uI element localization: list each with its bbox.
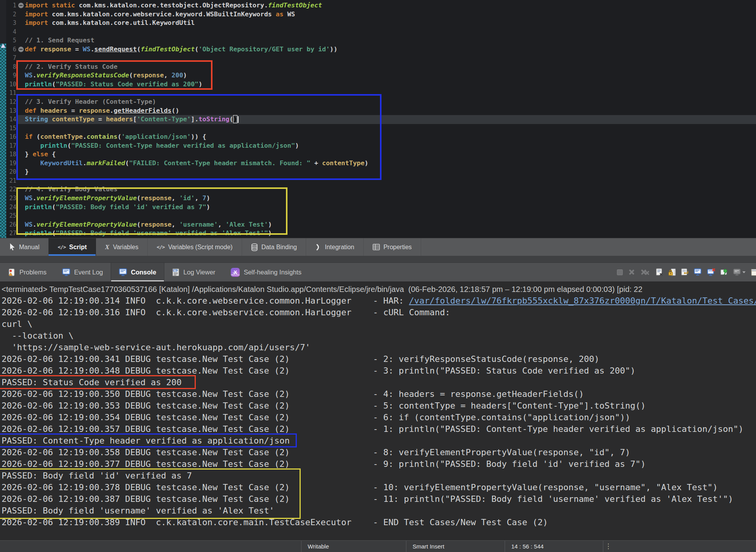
tab-variables-script-mode[interactable]: </>Variables (Script mode) [148,238,242,256]
code-line-27[interactable]: 27println("PASSED: Body field 'username'… [0,229,756,238]
scroll-lock-icon[interactable] [668,268,676,276]
console-line-detail: - 8: verifyElementPropertyValue(response… [373,447,630,458]
console-line-text: 2026-02-06 12:19:00.353 DEBUG testcase.N… [2,401,290,411]
code-line-18[interactable]: 18} else { [0,150,756,159]
code-line-11[interactable]: 11 [0,89,756,98]
console-line-19: PASSED: Body field 'username' verified a… [2,505,756,517]
code-line-2[interactable]: 2import com.kms.katalon.core.webservice.… [0,10,756,19]
script-editor[interactable]: 1import static com.kms.katalon.core.test… [0,0,756,238]
tab-integration[interactable]: Integration [306,238,364,256]
tab-label: Manual [19,244,39,251]
code-line-13[interactable]: 13def headers = response.getHeaderFields… [0,107,756,115]
code-line-14[interactable]: 14String contentType = headers['Content-… [0,115,756,124]
event-log-icon [62,268,70,276]
console-tab-bar: ProblemsEvent LogConsoleLOGLog ViewerXSE… [0,263,756,281]
code-line-3[interactable]: 3import com.kms.katalon.core.util.Keywor… [0,19,756,28]
console-selector-icon[interactable] [733,269,746,276]
tab-problems[interactable]: Problems [0,263,54,281]
remove-terminated-icon[interactable] [640,269,650,276]
code-text: String contentType = headers['Content-Ty… [25,115,239,124]
code-text: def response = WS.sendRequest(findTestOb… [25,45,338,54]
code-line-24[interactable]: 24println("PASSED: Body field 'id' verif… [0,203,756,212]
open-console-icon[interactable] [751,268,756,276]
console-line-text: PASSED: Body field 'id' verified as 7 [2,471,192,480]
show-stderr-icon[interactable] [707,268,715,276]
tab-properties[interactable]: Properties [364,238,421,256]
code-line-6[interactable]: 6def response = WS.sendRequest(findTestO… [0,45,756,54]
code-text: // 4. Verify Body Values [25,185,117,194]
console-line-10: 2026-02-06 12:19:00.353 DEBUG testcase.N… [2,400,756,412]
code-line-22[interactable]: 22// 4. Verify Body Values [0,185,756,194]
code-text: import static com.kms.katalon.core.testo… [25,1,322,10]
code-line-12[interactable]: 12// 3. Verify Header (Content-Type) [0,98,756,107]
self-healing-icon: XSELF-HEALING [231,268,240,277]
code-line-21[interactable]: 21 [0,176,756,185]
tab-label: Variables (Script mode) [168,244,233,251]
tab-variables[interactable]: XVariables [96,238,148,256]
fold-marker-icon[interactable] [18,3,24,8]
console-line-20: 2026-02-06 12:19:00.389 INFO c.k.katalon… [2,517,756,528]
code-line-26[interactable]: 26WS.verifyElementPropertyValue(response… [0,220,756,229]
code-text: println("PASSED: Body field 'username' v… [25,229,272,238]
console-line-6: 2026-02-06 12:19:00.341 DEBUG testcase.N… [2,353,756,365]
code-text: WS.verifyElementPropertyValue(response, … [25,220,272,229]
tab-self-healing-insights[interactable]: XSELF-HEALINGSelf-healing Insights [223,263,309,281]
status-bar-drag-handle[interactable] [608,543,609,550]
console-line-5: 'https://sample-web-service-aut.herokuap… [2,342,756,353]
code-text: import com.kms.katalon.core.webservice.k… [25,10,295,19]
code-line-19[interactable]: 19 KeywordUtil.markFailed("FAILED: Conte… [0,159,756,168]
tab-data-binding[interactable]: Data Binding [242,238,307,256]
console-line-detail: - 2: verifyResponseStatusCode(response, … [373,353,599,365]
code-line-1[interactable]: 1import static com.kms.katalon.core.test… [0,1,756,10]
tab-event-log[interactable]: Event Log [54,263,111,281]
code-line-4[interactable]: 4 [0,28,756,37]
pin-console-icon[interactable] [720,268,728,276]
status-insert-mode: Smart Insert [406,541,505,552]
tab-script[interactable]: </>Script [49,238,96,256]
code-text: WS.verifyElementPropertyValue(response, … [25,194,210,203]
har-file-link[interactable]: /var/folders/lw/76fkrpb555xcklw_87x376zr… [409,296,756,306]
fold-marker-icon[interactable] [18,47,24,52]
code-line-20[interactable]: 20} [0,168,756,176]
show-stdout-icon[interactable] [694,268,702,276]
tab-console[interactable]: Console [111,263,164,281]
code-line-9[interactable]: 9WS.verifyResponseStatusCode(response, 2… [0,71,756,80]
console-line-1: 2026-02-06 12:19:00.314 INFO c.k.k.core.… [2,295,756,307]
code-line-8[interactable]: 8// 2. Verify Status Code [0,63,756,72]
line-number: 11 [0,89,16,98]
console-line-detail: - 1: println("PASSED: Content-Type heade… [373,423,744,435]
console-output[interactable]: <terminated> TempTestCase1770360537166 [… [0,281,756,540]
code-lines[interactable]: 1import static com.kms.katalon.core.test… [0,1,756,238]
console-line-text: 2026-02-06 12:19:00.350 DEBUG testcase.N… [2,389,290,399]
code-text: WS.verifyResponseStatusCode(response, 20… [25,71,187,80]
code-line-5[interactable]: 5// 1. Send Request [0,36,756,45]
code-line-25[interactable]: 25 [0,211,756,220]
writable-label: Writable [308,543,329,550]
code-line-10[interactable]: 10println("PASSED: Status Code verified … [0,80,756,89]
line-number: 6 [0,45,16,54]
line-number: 5 [0,36,16,45]
tab-label: Data Binding [261,244,297,251]
code-line-23[interactable]: 23WS.verifyElementPropertyValue(response… [0,194,756,203]
line-number: 26 [0,220,16,229]
console-line-detail: - 3: println("PASSED: Status Code verifi… [373,365,636,377]
console-line-text: 2026-02-06 12:19:00.354 DEBUG testcase.N… [2,412,290,422]
console-line-detail: - 4: headers = response.getHeaderFields(… [373,388,584,400]
code-line-17[interactable]: 17 println("PASSED: Content-Type header … [0,141,756,150]
console-line-13: PASSED: Content-Type header verified as … [2,435,756,447]
clear-console-icon[interactable] [655,268,663,276]
code-line-16[interactable]: 16if (contentType.contains('application/… [0,133,756,141]
tab-log-viewer[interactable]: LOGLog Viewer [164,263,223,281]
code-text: def headers = response.getHeaderFields() [25,107,179,115]
line-number: 27 [0,229,16,238]
tab-label: Log Viewer [183,269,215,276]
console-line-11: 2026-02-06 12:19:00.354 DEBUG testcase.N… [2,412,756,423]
tab-manual[interactable]: Manual [0,238,49,256]
tab-label: Variables [113,244,139,251]
code-line-15[interactable]: 15 [0,124,756,133]
word-wrap-icon[interactable] [681,268,689,276]
code-line-7[interactable]: 7 [0,54,756,63]
stop-icon[interactable] [617,269,623,275]
terminate-icon[interactable] [628,269,635,276]
code-icon: </> [157,244,164,250]
